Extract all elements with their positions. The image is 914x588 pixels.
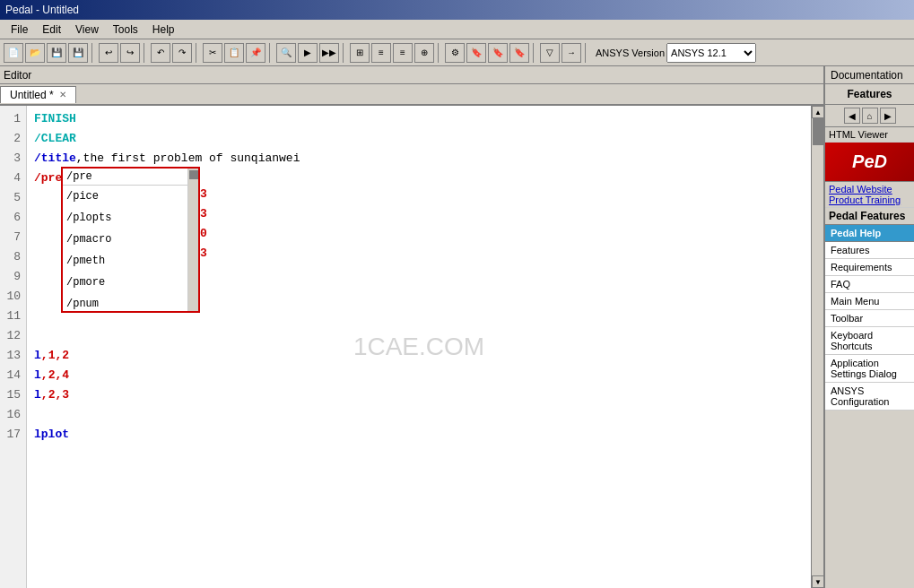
toolbar-new[interactable]: 📄 [4, 43, 23, 63]
doc-feature-requirements[interactable]: Requirements [825, 259, 914, 276]
editor-scrollbar[interactable]: ▲ ▼ [811, 106, 823, 588]
toolbar-paste[interactable]: 📌 [246, 43, 265, 63]
doc-feature-keyboard-shortcuts[interactable]: Keyboard Shortcuts [825, 327, 914, 355]
toolbar-open[interactable]: 📂 [25, 43, 45, 63]
doc-header: Documentation [825, 66, 914, 84]
toolbar-run2[interactable]: ▶▶ [319, 43, 339, 63]
line-num-13: 13 [5, 346, 21, 366]
doc-html-viewer: HTML Viewer [825, 127, 914, 143]
code-l-13: l [34, 349, 41, 362]
autocomplete-item-3[interactable]: /pmeth [63, 250, 187, 272]
toolbar-back[interactable]: ↩ [99, 43, 118, 63]
scrollbar-down[interactable]: ▼ [812, 575, 823, 588]
line-num-6: 6 [5, 208, 21, 228]
toolbar-sep8 [585, 43, 588, 63]
doc-feature-app-settings[interactable]: Application Settings Dialog [825, 355, 914, 383]
menu-help[interactable]: Help [145, 22, 182, 38]
menu-tools[interactable]: Tools [106, 22, 145, 38]
autocomplete-item-4[interactable]: /pmore [63, 272, 187, 293]
scrollbar-thumb[interactable] [813, 118, 823, 145]
doc-logo: PeD [825, 143, 914, 182]
menu-bar: File Edit View Tools Help [0, 20, 914, 39]
toolbar-sep1 [91, 43, 95, 63]
toolbar-save[interactable]: 💾 [47, 43, 66, 63]
code-line-15: l,2,3 [34, 385, 804, 405]
line-num-15: 15 [5, 385, 21, 405]
line-num-14: 14 [5, 366, 21, 385]
code-keyword-3: /title [34, 151, 76, 165]
autocomplete-item-1[interactable]: /plopts [63, 207, 187, 229]
main-container: Editor Untitled * ✕ 1 2 3 4 5 6 7 8 9 [0, 66, 914, 588]
line-num-2: 2 [5, 129, 21, 149]
line-num-4: 4 [5, 169, 21, 188]
doc-toolbar-next[interactable]: ▶ [880, 108, 896, 124]
toolbar-fwd[interactable]: ↪ [120, 43, 140, 63]
doc-feature-ansys-config[interactable]: ANSYS Configuration [825, 383, 914, 411]
toolbar-sep2 [144, 43, 147, 63]
doc-toolbar-home[interactable]: ⌂ [862, 108, 878, 124]
autocomplete-dropdown[interactable]: /pice /plopts /pmacro /pmeth /pmore /pnu… [61, 167, 200, 313]
code-area[interactable]: 1 2 3 4 5 6 7 8 9 10 11 12 13 14 15 16 1 [0, 106, 811, 588]
toolbar-misc4[interactable]: 🔖 [509, 43, 529, 63]
doc-toolbar-prev[interactable]: ◀ [844, 108, 860, 124]
editor-panel-header: Editor [0, 66, 823, 84]
doc-link-training[interactable]: Product Training [829, 195, 910, 205]
doc-features-tab[interactable]: Features [825, 84, 914, 105]
doc-feature-features[interactable]: Features [825, 242, 914, 259]
toolbar-filter[interactable]: ▽ [540, 43, 560, 63]
toolbar: 📄 📂 💾 💾 ↩ ↪ ↶ ↷ ✂ 📋 📌 🔍 ▶ ▶▶ ⊞ ≡ ≡ ⊕ ⚙ 🔖… [0, 39, 914, 66]
doc-link-website[interactable]: Pedal Website [829, 184, 910, 195]
doc-header-label: Documentation [831, 69, 903, 82]
editor-tab-close[interactable]: ✕ [59, 90, 66, 99]
code-line-2: /CLEAR [34, 129, 804, 149]
doc-feature-faq[interactable]: FAQ [825, 276, 914, 293]
editor-tab-untitled[interactable]: Untitled * ✕ [0, 86, 76, 103]
toolbar-misc3[interactable]: 🔖 [488, 43, 508, 63]
editor-header-label: Editor [4, 69, 31, 82]
menu-view[interactable]: View [68, 22, 106, 38]
toolbar-copy[interactable]: 📋 [224, 43, 244, 63]
toolbar-cols[interactable]: ≡ [371, 43, 391, 63]
doc-feature-toolbar[interactable]: Toolbar [825, 310, 914, 327]
autocomplete-item-5[interactable]: /pnum [63, 293, 187, 311]
editor-panel: Editor Untitled * ✕ 1 2 3 4 5 6 7 8 9 [0, 66, 824, 588]
line-num-10: 10 [5, 287, 21, 307]
editor-tab-label: Untitled * [10, 89, 54, 101]
autocomplete-list[interactable]: /pice /plopts /pmacro /pmeth /pmore /pnu… [63, 186, 187, 311]
menu-file[interactable]: File [4, 22, 35, 38]
toolbar-undo[interactable]: ↶ [151, 43, 170, 63]
ansys-version-select[interactable]: ANSYS 12.1 [666, 43, 756, 63]
toolbar-zoom[interactable]: ⊕ [414, 43, 434, 63]
line-num-11: 11 [5, 307, 21, 326]
toolbar-misc1[interactable]: ⚙ [445, 43, 465, 63]
line-num-5: 5 [5, 188, 21, 208]
toolbar-save2[interactable]: 💾 [68, 43, 88, 63]
code-content[interactable]: FINISH /CLEAR /title,the first problem o… [27, 106, 811, 588]
toolbar-sep7 [533, 43, 536, 63]
code-line-13: l,1,2 [34, 346, 804, 366]
doc-feature-section-help: Pedal Help [825, 225, 914, 242]
toolbar-find[interactable]: 🔍 [276, 43, 296, 63]
code-line-17: lplot [34, 425, 804, 445]
doc-feature-mainmenu[interactable]: Main Menu [825, 293, 914, 310]
toolbar-sep5 [343, 43, 346, 63]
autocomplete-item-0[interactable]: /pice [63, 186, 187, 207]
toolbar-run[interactable]: ▶ [298, 43, 318, 63]
autocomplete-item-2[interactable]: /pmacro [63, 229, 187, 250]
autocomplete-input[interactable] [66, 170, 184, 183]
toolbar-redo[interactable]: ↷ [172, 43, 192, 63]
code-text-3: ,the first problem of sunqianwei [76, 151, 300, 165]
toolbar-rows[interactable]: ≡ [393, 43, 413, 63]
title-bar: Pedal - Untitled [0, 0, 914, 20]
scrollbar-track[interactable] [812, 118, 823, 575]
code-lplot: lplot [34, 428, 69, 441]
code-l-14: l [34, 368, 41, 382]
toolbar-grid[interactable]: ⊞ [350, 43, 370, 63]
toolbar-arrow[interactable]: → [561, 43, 581, 63]
scrollbar-up[interactable]: ▲ [812, 106, 823, 118]
line-num-17: 17 [5, 425, 21, 445]
toolbar-cut[interactable]: ✂ [203, 43, 222, 63]
toolbar-misc2[interactable]: 🔖 [466, 43, 486, 63]
menu-edit[interactable]: Edit [35, 22, 68, 38]
line-num-12: 12 [5, 326, 21, 346]
